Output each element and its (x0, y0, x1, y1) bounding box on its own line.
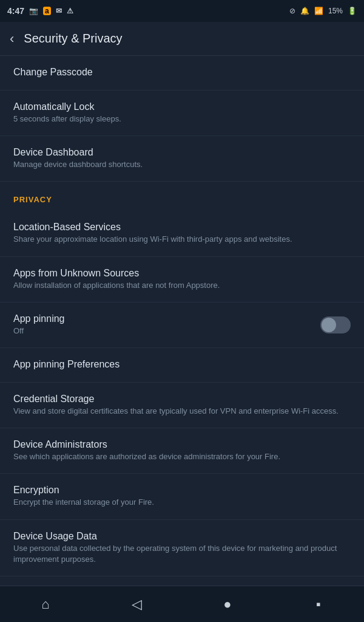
settings-item-text: Encryption Encrypt the internal storage … (13, 485, 351, 508)
square-icon: ▪ (316, 596, 321, 612)
page-title: Security & Privacy (24, 32, 122, 46)
settings-item-text: Change Passcode (13, 67, 351, 79)
status-bar-right: ⊘ 🔔 📶 15% 🔋 (289, 7, 357, 15)
settings-item-text: Device Usage Data Use personal data coll… (13, 531, 351, 565)
home-button[interactable]: ⌂ (27, 592, 64, 617)
device-dashboard-title: Device Dashboard (13, 147, 351, 158)
settings-item-encryption[interactable]: Encryption Encrypt the internal storage … (0, 474, 364, 519)
battery-icon: 🔋 (348, 7, 357, 15)
encryption-title: Encryption (13, 485, 351, 496)
status-bar: 4:47 📷 a ✉ ⚠ ⊘ 🔔 📶 15% 🔋 (0, 0, 364, 22)
device-usage-data-title: Device Usage Data (13, 531, 351, 542)
back-nav-icon: ◁ (132, 596, 142, 612)
bottom-nav: ⌂ ◁ ● ▪ (0, 586, 364, 622)
auto-lock-subtitle: 5 seconds after display sleeps. (13, 114, 351, 125)
settings-item-text: App pinning Preferences (13, 359, 351, 371)
settings-item-device-usage-data[interactable]: Device Usage Data Use personal data coll… (0, 520, 364, 576)
app-pinning-subtitle: Off (13, 326, 313, 337)
unknown-sources-title: Apps from Unknown Sources (13, 268, 351, 279)
app-pinning-title: App pinning (13, 313, 313, 324)
circle-icon: ● (223, 596, 231, 612)
device-usage-data-subtitle: Use personal data collected by the opera… (13, 543, 351, 565)
wifi-icon: 📶 (314, 7, 323, 15)
settings-item-text: Automatically Lock 5 seconds after displ… (13, 101, 351, 125)
settings-item-text: Apps from Unknown Sources Allow installa… (13, 268, 351, 291)
auto-lock-title: Automatically Lock (13, 101, 351, 112)
unknown-sources-subtitle: Allow installation of applications that … (13, 280, 351, 291)
credential-storage-subtitle: View and store digital certificates that… (13, 406, 351, 417)
amazon-icon: a (43, 7, 51, 15)
settings-item-text: Device Administrators See which applicat… (13, 439, 351, 462)
device-administrators-title: Device Administrators (13, 439, 351, 450)
status-bar-left: 4:47 📷 a ✉ ⚠ (7, 6, 73, 16)
back-nav-button[interactable]: ◁ (118, 592, 155, 617)
privacy-section-header: PRIVACY (0, 182, 364, 211)
settings-item-text: Credential Storage View and store digita… (13, 394, 351, 417)
credential-storage-title: Credential Storage (13, 394, 351, 405)
app-pinning-prefs-title: App pinning Preferences (13, 359, 351, 370)
settings-item-device-dashboard[interactable]: Device Dashboard Manage device dashboard… (0, 136, 364, 182)
mail-icon: ✉ (56, 7, 62, 15)
location-services-title: Location-Based Services (13, 222, 351, 233)
privacy-header-text: PRIVACY (13, 195, 52, 204)
home-icon: ⌂ (41, 596, 49, 612)
settings-item-unknown-sources[interactable]: Apps from Unknown Sources Allow installa… (0, 257, 364, 302)
encryption-subtitle: Encrypt the internal storage of your Fir… (13, 497, 351, 508)
settings-item-location-services[interactable]: Location-Based Services Share your appro… (0, 211, 364, 256)
change-passcode-title: Change Passcode (13, 67, 351, 78)
settings-item-text: Device Dashboard Manage device dashboard… (13, 147, 351, 170)
settings-item-device-administrators[interactable]: Device Administrators See which applicat… (0, 428, 364, 474)
location-services-subtitle: Share your approximate location using Wi… (13, 234, 351, 245)
circle-button[interactable]: ● (209, 592, 246, 617)
device-dashboard-subtitle: Manage device dashboard shortcuts. (13, 159, 351, 170)
settings-item-app-pinning-prefs[interactable]: App pinning Preferences (0, 348, 364, 383)
settings-item-credential-storage[interactable]: Credential Storage View and store digita… (0, 383, 364, 428)
alert-icon: ⚠ (67, 7, 73, 15)
settings-item-auto-lock[interactable]: Automatically Lock 5 seconds after displ… (0, 91, 364, 136)
settings-item-text: App pinning Off (13, 313, 313, 337)
square-button[interactable]: ▪ (300, 592, 337, 617)
status-time: 4:47 (7, 6, 24, 16)
mute-icon: ⊘ (289, 7, 295, 15)
battery-percent: 15% (328, 7, 343, 15)
settings-item-change-passcode[interactable]: Change Passcode (0, 56, 364, 91)
back-arrow-icon: ‹ (10, 31, 14, 47)
device-administrators-subtitle: See which applications are authorized as… (13, 451, 351, 462)
photo-icon: 📷 (29, 7, 38, 15)
content-area: Change Passcode Automatically Lock 5 sec… (0, 56, 364, 586)
back-button[interactable]: ‹ (10, 31, 14, 47)
settings-item-app-pinning[interactable]: App pinning Off (0, 302, 364, 348)
notification-icon: 🔔 (300, 7, 309, 15)
toggle-knob (322, 318, 336, 332)
top-nav: ‹ Security & Privacy (0, 22, 364, 56)
app-pinning-toggle[interactable] (320, 316, 351, 333)
settings-item-text: Location-Based Services Share your appro… (13, 222, 351, 245)
